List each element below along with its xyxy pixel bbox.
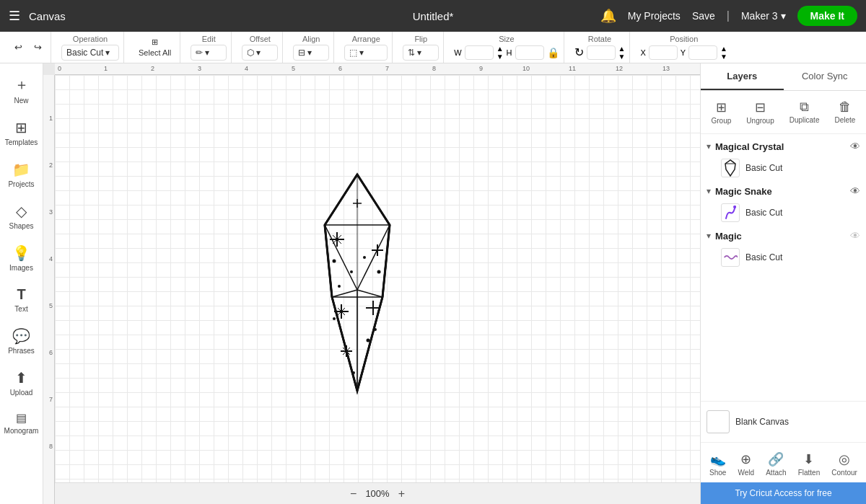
width-input[interactable]: [465, 45, 494, 60]
sidebar-item-images[interactable]: 💡 Images: [2, 239, 41, 278]
visibility-icon-magic-snake[interactable]: 👁: [850, 185, 860, 197]
crystal-image[interactable]: [285, 167, 429, 401]
undo-button[interactable]: ↩: [10, 40, 27, 55]
upgrade-banner[interactable]: Try Cricut Access for free: [701, 482, 866, 504]
x-label: X: [640, 48, 645, 57]
align-label: Align: [302, 35, 320, 43]
sidebar-item-monogram[interactable]: ▤ Monogram: [2, 405, 41, 441]
position-stepper-icon[interactable]: ▲▼: [720, 45, 727, 61]
toolbar: ↩ ↪ Operation Basic Cut ▾ ⊞ Select All E…: [0, 32, 866, 63]
visibility-icon-magical-crystal[interactable]: 👁: [850, 141, 860, 152]
tab-layers[interactable]: Layers: [701, 63, 784, 90]
offset-select[interactable]: ⬡ ▾: [242, 45, 278, 61]
select-all-button[interactable]: ⊞ Select All: [134, 35, 175, 59]
flatten-label: Flatten: [798, 469, 821, 477]
svg-line-11: [332, 290, 357, 297]
layer-item-basic-cut-2[interactable]: Basic Cut: [701, 200, 866, 225]
save-button[interactable]: Save: [692, 10, 715, 22]
flatten-action[interactable]: ⬇ Flatten: [794, 448, 825, 479]
sidebar-item-new[interactable]: ＋ New: [2, 69, 41, 110]
group-action[interactable]: ⊞ Group: [706, 97, 738, 128]
layer-group-header-magic[interactable]: ▾ Magic 👁: [701, 226, 866, 245]
contour-action[interactable]: ◎ Contour: [827, 448, 862, 479]
templates-icon: ⊞: [15, 119, 27, 136]
ruler-num-10: 10: [522, 65, 530, 72]
select-all-icon: ⊞: [152, 37, 158, 47]
contour-label: Contour: [831, 469, 857, 477]
sidebar-item-upload[interactable]: ⬆ Upload: [2, 363, 41, 402]
bell-icon[interactable]: 🔔: [600, 8, 616, 24]
edit-select[interactable]: ✏ ▾: [191, 45, 227, 61]
rotate-input[interactable]: [587, 45, 616, 60]
layer-item-basic-cut-3[interactable]: Basic Cut: [701, 245, 866, 270]
layer-thumbnail-crystal: [721, 159, 740, 177]
svg-line-43: [725, 160, 730, 164]
sidebar-item-shapes[interactable]: ◇ Shapes: [2, 197, 41, 236]
svg-point-39: [333, 317, 336, 320]
sidebar-item-text[interactable]: T Text: [2, 280, 41, 319]
redo-button[interactable]: ↪: [30, 40, 46, 55]
y-input[interactable]: [688, 45, 717, 60]
make-it-button[interactable]: Make It: [797, 6, 857, 26]
delete-action[interactable]: 🗑 Delete: [829, 97, 862, 128]
zoom-out-button[interactable]: −: [347, 487, 359, 500]
chevron-icon-magic-snake: ▾: [707, 186, 711, 196]
rotate-label: Rotate: [588, 35, 611, 43]
flip-select[interactable]: ⇅ ▾: [403, 45, 439, 61]
layer-group-header-magic-snake[interactable]: ▾ Magic Snake 👁: [701, 182, 866, 200]
group-label: Group: [712, 117, 732, 125]
tab-color-sync[interactable]: Color Sync: [784, 63, 867, 90]
ungroup-icon: ⊟: [755, 100, 766, 115]
x-input[interactable]: [649, 45, 678, 60]
zoom-in-button[interactable]: +: [395, 487, 408, 500]
duplicate-action[interactable]: ⧉ Duplicate: [784, 97, 826, 128]
canvas-area[interactable]: 0 1 2 3 4 5 6 7 8 9 10 11 12 13 1 2 3 4 …: [43, 63, 700, 504]
rotate-group: Rotate ↻ ▲▼: [570, 32, 631, 63]
edit-icon: ✏: [196, 48, 203, 58]
ruler-num-8: 8: [432, 65, 436, 72]
ungroup-action[interactable]: ⊟ Ungroup: [740, 97, 779, 128]
rotate-icon: ↻: [574, 45, 584, 59]
align-icon: ⊟: [298, 48, 305, 58]
attach-action[interactable]: 🔗 Attach: [761, 448, 790, 479]
sidebar-item-templates[interactable]: ⊞ Templates: [2, 113, 41, 152]
ruler-num-v-6: 6: [49, 349, 53, 356]
ruler-num-v-8: 8: [49, 443, 53, 450]
rotate-stepper-icon[interactable]: ▲▼: [618, 45, 626, 61]
ruler-num-12: 12: [616, 65, 623, 72]
shoe-action[interactable]: 👟 Shoe: [705, 448, 730, 479]
sidebar-label-shapes: Shapes: [9, 222, 34, 230]
maker-selector[interactable]: Maker 3 ▾: [741, 10, 786, 22]
flip-label: Flip: [414, 35, 427, 43]
blank-canvas-row[interactable]: Blank Canvas: [707, 407, 860, 436]
layer-group-header-magical-crystal[interactable]: ▾ Magical Crystal 👁: [701, 137, 866, 156]
ruler-num-6: 6: [338, 65, 342, 72]
layer-item-basic-cut-1[interactable]: Basic Cut: [701, 156, 866, 180]
weld-action[interactable]: ⊕ Weld: [734, 448, 759, 479]
sidebar-item-phrases[interactable]: 💬 Phrases: [2, 322, 41, 361]
operation-select[interactable]: Basic Cut ▾: [61, 45, 119, 61]
arrange-select[interactable]: ⬚ ▾: [344, 45, 388, 61]
arrange-icon: ⬚: [349, 48, 357, 58]
svg-point-32: [333, 259, 336, 262]
size-group: Size W ▲▼ H 🔒: [450, 32, 564, 63]
header: ☰ Canvas Untitled* 🔔 My Projects Save | …: [0, 0, 866, 32]
flip-icon: ⇅: [408, 48, 415, 58]
ruler-left: 1 2 3 4 5 6 7 8: [43, 75, 55, 504]
visibility-icon-magic[interactable]: 👁: [850, 230, 860, 242]
align-select[interactable]: ⊟ ▾: [293, 45, 329, 61]
main-area: ＋ New ⊞ Templates 📁 Projects ◇ Shapes 💡 …: [0, 63, 866, 504]
menu-icon[interactable]: ☰: [9, 8, 20, 24]
sidebar-item-projects[interactable]: 📁 Projects: [2, 155, 41, 194]
my-projects-link[interactable]: My Projects: [628, 10, 681, 22]
size-up-icon[interactable]: ▲▼: [497, 45, 504, 61]
bottom-actions: 👟 Shoe ⊕ Weld 🔗 Attach ⬇ Flatten ◎ Conto…: [701, 442, 866, 482]
ruler-num-11: 11: [569, 65, 576, 72]
height-lock-icon[interactable]: 🔒: [547, 47, 559, 58]
sidebar-label-text: Text: [14, 305, 27, 313]
layer-group-magic: ▾ Magic 👁 Basic Cut: [701, 226, 866, 270]
sidebar-label-templates: Templates: [5, 138, 38, 146]
weld-icon: ⊕: [740, 451, 751, 467]
ruler-num-v-1: 1: [49, 115, 53, 122]
height-input[interactable]: [515, 45, 544, 60]
